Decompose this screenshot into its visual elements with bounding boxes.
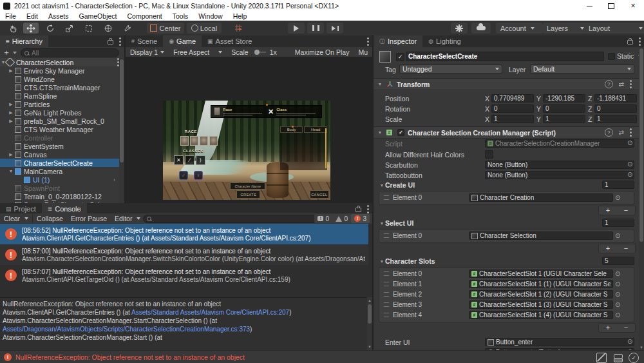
race-option-button[interactable] [180,136,189,146]
hierarchy-scrollbar[interactable] [119,58,124,203]
list-element-row[interactable]: Element 2#CharacterSelectSlot 1 (2) (UGU… [379,289,634,299]
editor-dropdown[interactable]: Editor [111,213,144,224]
play-button[interactable] [288,23,305,34]
hand-tool-button[interactable] [5,23,21,34]
console-detail-scrollbar[interactable]: ▲ ▼ [367,299,372,349]
console-entry[interactable]: ![08:57:07] NullReferenceException: Obje… [0,265,368,286]
property-object-field[interactable]: Button_enter [485,338,634,346]
transform-component-header[interactable]: ▼ Transform ?⇄ [374,78,639,90]
object-picker-icon[interactable]: ⊙ [615,281,620,288]
foldout-icon[interactable]: ▼ [377,130,383,135]
race-option-button[interactable] [200,136,208,146]
hierarchy-item[interactable]: SpawnPoint [0,184,119,192]
element-object-field[interactable]: Character Selection [469,231,613,240]
console-search-input[interactable] [143,215,323,223]
more-menu-icon[interactable] [630,83,632,85]
custom-tool-button[interactable] [120,23,135,34]
object-picker-icon[interactable]: ⊙ [627,140,632,146]
help-icon[interactable]: ? [605,128,613,137]
hierarchy-item[interactable]: ▶Enviro Sky Manager [0,66,119,75]
lock-icon[interactable] [627,40,633,44]
hierarchy-item[interactable]: RamSpline [0,92,119,100]
more-menu-icon[interactable] [639,41,641,43]
list-size-field[interactable]: 1 [602,219,634,227]
property-object-field[interactable]: None (Button) [485,161,634,169]
minimize-button[interactable] [578,0,600,12]
foldout-icon[interactable]: ▶ [8,110,14,115]
transform-tool-button[interactable] [100,23,116,34]
hierarchy-item[interactable]: Controller [0,133,119,142]
scale-slider[interactable] [256,52,266,53]
list-element-row[interactable]: Element 0Character Selection⊙ [379,231,634,240]
step-button[interactable] [327,23,343,34]
maximize-button[interactable] [600,0,622,12]
rotate-tool-button[interactable] [43,23,58,34]
stacktrace-link[interactable]: Assets/Standard Assets/Atavism Core/Clie… [131,309,289,316]
warning-count-toggle[interactable]: 0 [332,214,351,223]
hierarchy-item[interactable]: EventSystem [0,142,119,150]
background-tasks-icon[interactable]: ✓ [629,353,639,363]
layout-dropdown[interactable]: Layout [585,23,644,34]
more-menu-icon[interactable] [119,41,121,43]
menu-file[interactable]: File [0,12,21,21]
foldout-icon[interactable]: ▼ [377,82,383,86]
script-component-header[interactable]: ▼ # ✓ Character Selection Creation Manag… [374,126,639,139]
maximize-on-play-toggle[interactable]: Maximize On Play [290,47,354,57]
list-element-row[interactable]: Element 3#CharacterSelectSlot 1 (3) (UGU… [379,300,634,309]
axis-value-field[interactable]: 1 [594,115,637,123]
object-picker-icon[interactable]: ⊙ [627,161,632,168]
tab-hierarchy[interactable]: ≡ Hierarchy [0,35,48,47]
object-picker-icon[interactable]: ⊙ [615,312,620,319]
object-picker-icon[interactable]: ⊙ [615,195,620,201]
object-picker-icon[interactable]: ⊙ [615,302,620,308]
menu-window[interactable]: Window [193,12,227,21]
presets-icon[interactable]: ⇄ [619,129,624,136]
hierarchy-item[interactable]: ▶Canvas [0,150,119,159]
grid-snap-button[interactable] [231,23,246,34]
hierarchy-item[interactable]: Terrain_0_0-20180122-12 [0,192,119,201]
display-dropdown[interactable]: Display 1 [126,47,169,57]
more-menu-icon[interactable] [367,208,369,210]
console-entry[interactable]: ![08:56:52] NullReferenceException: Obje… [0,224,368,245]
element-object-field[interactable]: #CharacterSelectSlot 1 (4) (UGUI Charact… [469,311,613,319]
element-object-field[interactable]: #CharacterSelectSlot 1 (2) (UGUI Charact… [469,290,613,299]
hierarchy-item[interactable]: CTS.CTSTerrainManager [0,83,119,92]
male-gender-button[interactable]: ♂ [179,171,188,180]
add-element-button[interactable]: + [599,324,617,332]
scroll-down-icon[interactable]: ▼ [368,345,372,349]
inspector-scrollbar[interactable]: ▼ [639,47,644,350]
account-dropdown[interactable]: Account [496,23,543,34]
tab-lighting[interactable]: ◍Lighting [422,35,466,47]
presets-icon[interactable]: ⇄ [619,81,624,88]
mute-audio-toggle[interactable]: Mu [354,47,372,57]
pivot-toggle-button[interactable]: Center [147,23,184,34]
hierarchy-item[interactable]: CharacterSelectCreate [0,159,119,167]
clear-button[interactable]: Clear [0,213,33,224]
hierarchy-item[interactable]: WindZone [0,75,119,83]
remove-element-button[interactable]: − [617,206,635,215]
rect-tool-button[interactable] [81,23,97,34]
create-object-button[interactable]: ＋ [3,47,17,58]
element-object-field[interactable]: #CharacterSelectSlot 1 (UGUI Character S… [469,270,613,278]
hierarchy-item[interactable]: CTS Weather Manager [0,125,119,133]
axis-value-field[interactable]: 1 [543,115,585,123]
info-count-toggle[interactable]: !0 [314,214,332,223]
scroll-down-icon[interactable]: ▼ [639,346,643,349]
list-size-field[interactable]: 1 [602,181,634,189]
property-object-field[interactable]: None (Button) [485,171,634,179]
status-bar[interactable]: ! NullReferenceException: Object referen… [0,350,644,363]
race-option-button[interactable] [190,136,198,146]
layers-dropdown[interactable]: Layers [543,23,588,34]
tab-game[interactable]: ◉Game [163,35,202,47]
hierarchy-item[interactable]: ▶prefab_SM_Small_Rock_0 [0,117,119,125]
hierarchy-item[interactable]: ▶GeNa Light Probes [0,108,119,117]
auto-refresh-disabled-icon[interactable] [596,353,607,363]
class-warrior-button[interactable]: ✕ [174,155,184,165]
error-pause-toggle[interactable]: Error Pause [67,213,111,224]
element-object-field[interactable]: Character Creation [469,193,613,202]
race-option-button[interactable] [209,136,218,146]
hierarchy-item[interactable]: ▶Particles [0,100,119,108]
object-picker-icon[interactable]: ⊙ [615,233,620,239]
add-element-button[interactable]: + [599,244,617,253]
more-menu-icon[interactable] [367,41,369,43]
